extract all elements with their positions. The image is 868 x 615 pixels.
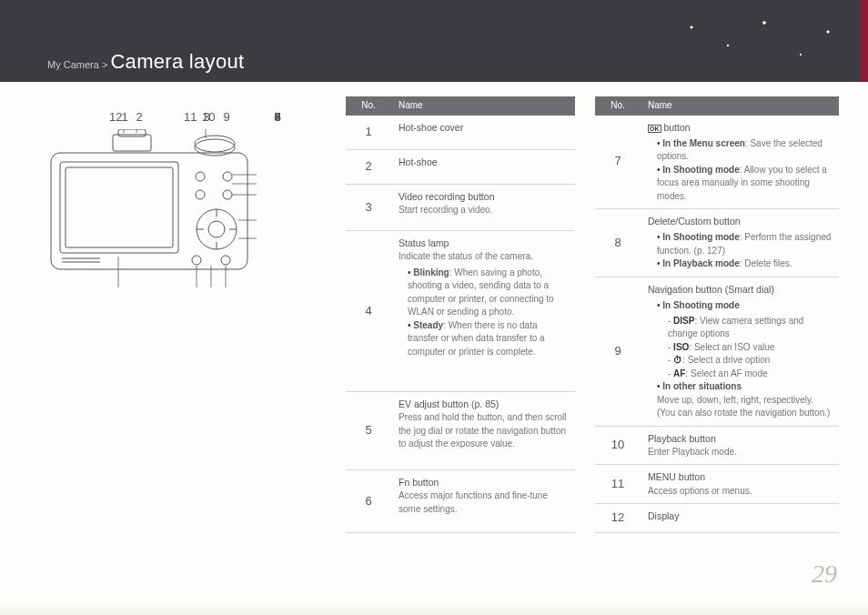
table-row: 2Hot-shoe (346, 149, 575, 184)
parts-table-1: No. Name 1Hot-shoe cover2Hot-shoe3Video … (346, 96, 575, 533)
svg-point-5 (195, 136, 235, 152)
page-number: 29 (812, 556, 837, 593)
row-name: Delete/Custom buttonIn Shooting mode: Pe… (641, 209, 839, 277)
row-no: 11 (595, 465, 641, 504)
th-name: Name (391, 96, 575, 116)
mode-icon: ISO (673, 342, 689, 352)
callout-12: 12 (109, 109, 122, 126)
svg-rect-1 (60, 162, 178, 253)
row-name: MENU buttonAccess options or menus. (641, 465, 839, 504)
table-row: 8Delete/Custom buttonIn Shooting mode: P… (595, 209, 839, 277)
callout-10: 10 (202, 109, 215, 126)
th-name: Name (641, 96, 839, 116)
camera-figure: 1 2 3 4 5 6 7 8 9 10 11 12 (35, 109, 335, 346)
page-title: Camera layout (110, 50, 244, 73)
row-no: 1 (346, 116, 391, 150)
mode-icon: AF (673, 368, 685, 378)
table-row: 6Fn buttonAccess major functions and fin… (346, 470, 575, 533)
row-no: 12 (595, 504, 641, 533)
row-name: OK buttonIn the Menu screen: Save the se… (641, 116, 839, 209)
row-name: Display (641, 504, 839, 533)
callout-9: 9 (220, 109, 233, 126)
parts-table-2: No. Name 7OK buttonIn the Menu screen: S… (595, 96, 839, 533)
row-no: 6 (346, 470, 391, 533)
svg-rect-4 (118, 129, 146, 136)
row-no: 7 (595, 116, 641, 209)
camera-diagram (45, 129, 257, 287)
svg-point-8 (223, 172, 232, 181)
header-accent (861, 0, 868, 82)
table-row: 1Hot-shoe cover (346, 116, 575, 150)
svg-point-17 (192, 256, 201, 265)
row-name: Fn buttonAccess major functions and fine… (391, 470, 575, 533)
svg-rect-2 (66, 167, 173, 247)
mode-icon: ⏱ (673, 355, 682, 365)
breadcrumb-sep: > (102, 59, 107, 70)
callout-11: 11 (184, 109, 197, 126)
row-name: Status lampIndicate the status of the ca… (391, 231, 575, 392)
th-no: No. (346, 96, 391, 116)
tables-container: No. Name 1Hot-shoe cover2Hot-shoe3Video … (346, 96, 843, 533)
mode-icon: DISP (673, 316, 694, 326)
row-name: Navigation button (Smart dial)In Shootin… (641, 277, 839, 426)
table-row: 4Status lampIndicate the status of the c… (346, 231, 575, 392)
row-no: 8 (595, 209, 641, 277)
table-row: 9Navigation button (Smart dial)In Shooti… (595, 277, 839, 426)
row-no: 9 (595, 277, 641, 426)
callout-2: 2 (133, 109, 146, 126)
row-no: 4 (346, 231, 391, 392)
table-row: 7OK buttonIn the Menu screen: Save the s… (595, 116, 839, 209)
row-no: 5 (346, 392, 391, 470)
svg-point-9 (196, 190, 205, 199)
svg-point-7 (196, 172, 205, 181)
breadcrumb: My Camera > Camera layout (47, 47, 244, 76)
row-name: Hot-shoe (391, 149, 575, 184)
table-row: 10Playback buttonEnter Playback mode. (595, 426, 839, 465)
table-row: 3Video recording buttonStart recording a… (346, 184, 575, 230)
svg-rect-3 (113, 135, 151, 151)
svg-point-10 (223, 190, 232, 199)
table-row: 12Display (595, 504, 839, 533)
svg-point-12 (208, 221, 225, 237)
breadcrumb-section: My Camera (47, 59, 99, 70)
svg-point-18 (221, 256, 230, 265)
row-no: 10 (595, 426, 641, 465)
table-row: 5EV adjust button (p. 85)Press and hold … (346, 392, 575, 470)
row-no: 2 (346, 149, 391, 184)
row-name: EV adjust button (p. 85)Press and hold t… (391, 392, 575, 470)
table-row: 11MENU buttonAccess options or menus. (595, 465, 839, 504)
callout-8: 8 (271, 109, 284, 126)
row-no: 3 (346, 184, 391, 230)
ok-icon: OK (648, 125, 661, 133)
row-name: Hot-shoe cover (391, 116, 575, 150)
row-name: Video recording buttonStart recording a … (391, 184, 575, 230)
row-name: Playback buttonEnter Playback mode. (641, 426, 839, 465)
svg-rect-0 (51, 153, 247, 269)
th-no: No. (595, 96, 641, 116)
